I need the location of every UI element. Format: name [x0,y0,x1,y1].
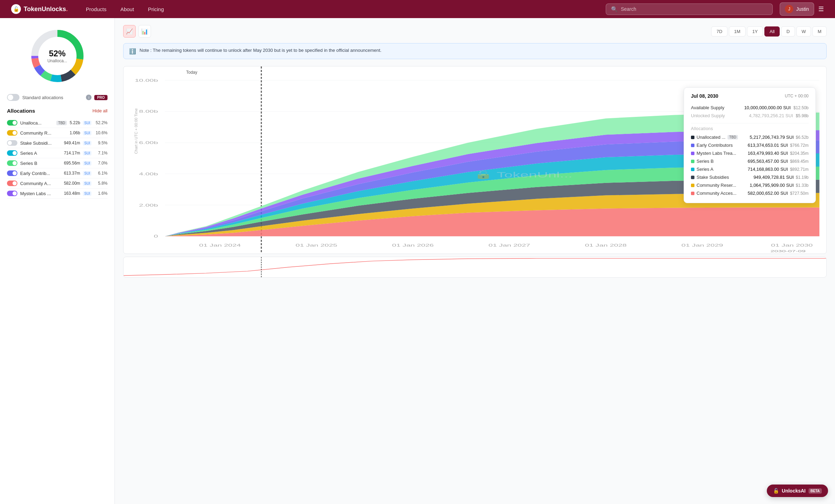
alloc-item: Series B 695.56m SUI 7.0% [7,158,108,168]
alloc-toggle[interactable] [7,140,17,146]
sui-badge: SUI [83,121,92,125]
alloc-header: Allocations Hide all [7,108,108,114]
svg-text:01 Jan 2025: 01 Jan 2025 [296,243,337,248]
svg-text:8.00b: 8.00b [139,109,158,114]
tooltip-alloc-name: Mysten Labs Trea... [691,151,736,156]
svg-text:01 Jan 2024: 01 Jan 2024 [199,243,241,248]
alloc-dot [691,192,694,195]
menu-icon[interactable]: ☰ [818,5,824,13]
tooltip-alloc-name: Series A [691,167,713,172]
tooltip-alloc-row: Series A 714,168,863.00 SUI $892.71m [691,165,809,173]
tooltip-available-supply: Available Supply 10,000,000,000.00 SUI $… [691,104,809,112]
search-input[interactable] [621,6,768,12]
tooltip-alloc-name: Series B [691,159,714,164]
alloc-name: Series B [20,161,61,166]
alloc-name: Community A... [20,181,61,186]
time-btn-7d[interactable]: 7D [711,26,727,37]
chart-toolbar: 📈 📊 7D1M1YAllDWM [123,25,827,38]
sui-badge: SUI [83,191,92,196]
sui-badge: SUI [83,171,92,176]
alloc-list: Unalloca... TBD 5.22b SUI 52.2% Communit… [7,118,108,199]
nav-products[interactable]: Products [79,0,113,18]
tooltip-alloc-val: 613,374,653.01 SUI [748,143,788,148]
sidebar: 52% Unalloca... Standard allocations i P… [0,18,115,504]
unlock-ai-icon: 🔓 [773,488,779,494]
alloc-pct: 6.1% [94,171,108,176]
mini-chart[interactable] [123,257,827,278]
alloc-item: Mysten Labs ... 163.48m SUI 1.6% [7,189,108,199]
unlocks-ai-badge: BETA [809,488,822,494]
tooltip-header: Jul 08, 2030 UTC + 00:00 [691,93,809,99]
line-chart-button[interactable]: 📈 [123,25,136,38]
alloc-name: Early Contrib... [20,171,61,176]
bar-chart-button[interactable]: 📊 [138,25,151,38]
tooltip-alloc-usd: $892.71m [790,167,809,172]
alloc-toggle[interactable] [7,181,17,186]
tooltip-alloc-usd: $727.50m [790,191,809,196]
alloc-name: Stake Subsidi... [20,141,61,146]
mini-chart-svg [124,257,826,277]
tooltip-alloc-val: 5,217,206,743.79 SUI [750,135,794,140]
info-icon[interactable]: i [86,95,92,100]
tooltip-alloc-row: Community Reser... 1,064,795,909.00 SUI … [691,181,809,189]
tooltip-allocs-label: Allocations [691,126,809,131]
alloc-amount: 1.06b [70,130,80,135]
sui-badge: SUI [83,151,92,155]
time-btn-d[interactable]: D [781,26,795,37]
alloc-item: Unalloca... TBD 5.22b SUI 52.2% [7,118,108,128]
tooltip-alloc-val: 714,168,863.00 SUI [748,167,788,172]
info-circle-icon: ℹ️ [129,48,136,55]
alloc-dot [691,176,694,179]
tooltip-alloc-row: Unallocated ... TBD 5,217,206,743.79 SUI… [691,133,809,141]
std-alloc-toggle[interactable] [7,94,19,101]
time-btn-1m[interactable]: 1M [729,26,746,37]
svg-text:🔓 TokenUnl...: 🔓 TokenUnl... [474,170,572,179]
tooltip-date: Jul 08, 2030 [691,93,718,99]
tooltip-alloc-row: Series B 695,563,457.00 SUI $869.45m [691,157,809,165]
logo-icon: 🔓 [11,4,21,14]
alloc-toggle[interactable] [7,120,17,126]
unlocked-supply-val: 4,782,793,256.21 SUI [749,113,793,118]
tooltip-divider [691,123,809,123]
alloc-toggle[interactable] [7,160,17,166]
time-btn-all[interactable]: All [764,26,780,37]
search-container[interactable]: 🔍 [606,3,773,15]
tooltip-supply-section: Available Supply 10,000,000,000.00 SUI $… [691,104,809,120]
tooltip-alloc-name: Stake Subsidies [691,175,729,180]
chart-icons: 📈 📊 [123,25,151,38]
alloc-toggle[interactable] [7,170,17,176]
tooltip-alloc-usd: $1.33b [796,183,809,188]
chart-wrapper[interactable]: Today Chart in UTC + 00:00 Time 10.00b 8… [123,66,827,254]
tooltip-alloc-val: 949,409,728.81 SUI [754,175,794,180]
tooltip-unlocked-supply: Unlocked Supply 4,782,793,256.21 SUI $5.… [691,112,809,120]
alloc-toggle[interactable] [7,150,17,156]
donut-center: 52% Unalloca... [47,49,67,63]
alloc-name: Mysten Labs ... [20,191,61,196]
nav-pricing[interactable]: Pricing [141,0,171,18]
utc-label: Chart in UTC + 00:00 Time [134,108,138,154]
svg-text:0: 0 [154,234,158,239]
unlocked-supply-usd: $5.98b [796,113,809,118]
sui-badge: SUI [83,181,92,186]
brand-logo[interactable]: 🔓 TokenUnlocks. [11,4,68,14]
svg-text:01 Jan 2027: 01 Jan 2027 [488,243,530,248]
alloc-dot [691,160,694,163]
search-icon: 🔍 [611,6,618,13]
time-btn-m[interactable]: M [812,26,827,37]
unlocks-ai-btn[interactable]: 🔓 UnlocksAI BETA [767,485,828,497]
time-btn-1y[interactable]: 1Y [747,26,763,37]
brand-token: TokenUnlocks. [24,6,68,13]
time-btn-w[interactable]: W [796,26,811,37]
available-supply-label: Available Supply [691,105,724,110]
alloc-name: Community R... [20,130,67,136]
hide-all-button[interactable]: Hide all [93,108,108,113]
unlocked-supply-label: Unlocked Supply [691,113,725,118]
nav-about[interactable]: About [113,0,141,18]
alloc-amount: 949.41m [64,141,80,145]
alloc-pct: 7.0% [94,161,108,166]
alloc-toggle[interactable] [7,130,17,136]
donut-label: Unalloca... [47,58,67,63]
alloc-toggle[interactable] [7,191,17,196]
user-button[interactable]: J Justin [780,2,814,16]
svg-text:4.00b: 4.00b [139,172,158,176]
